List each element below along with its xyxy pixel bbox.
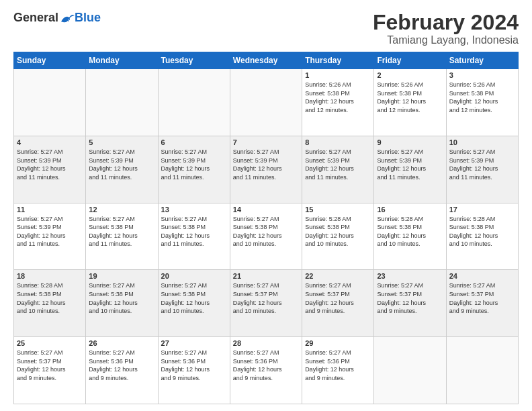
calendar-cell [14, 69, 86, 136]
day-headers-row: SundayMondayTuesdayWednesdayThursdayFrid… [14, 52, 519, 69]
calendar-cell: 13Sunrise: 5:27 AM Sunset: 5:38 PM Dayli… [158, 203, 230, 270]
day-info: Sunrise: 5:27 AM Sunset: 5:37 PM Dayligh… [233, 281, 299, 315]
header: General Blue February 2024 Tamiang Layan… [13, 11, 519, 46]
day-number: 19 [89, 272, 154, 280]
calendar-cell: 6Sunrise: 5:27 AM Sunset: 5:39 PM Daylig… [158, 136, 230, 203]
calendar-cell: 24Sunrise: 5:27 AM Sunset: 5:37 PM Dayli… [446, 270, 518, 337]
day-number: 10 [449, 138, 515, 146]
day-info: Sunrise: 5:28 AM Sunset: 5:38 PM Dayligh… [17, 281, 83, 315]
calendar-table: SundayMondayTuesdayWednesdayThursdayFrid… [13, 52, 519, 404]
day-number: 14 [233, 205, 299, 214]
calendar-cell: 19Sunrise: 5:27 AM Sunset: 5:38 PM Dayli… [86, 270, 158, 337]
day-info: Sunrise: 5:26 AM Sunset: 5:38 PM Dayligh… [377, 81, 443, 114]
day-header-wednesday: Wednesday [230, 52, 302, 69]
day-info: Sunrise: 5:27 AM Sunset: 5:39 PM Dayligh… [17, 215, 83, 248]
day-number: 12 [89, 205, 154, 214]
day-header-thursday: Thursday [302, 52, 374, 69]
location: Tamiang Layang, Indonesia [373, 34, 519, 46]
calendar-cell: 8Sunrise: 5:27 AM Sunset: 5:39 PM Daylig… [302, 136, 374, 203]
day-info: Sunrise: 5:27 AM Sunset: 5:39 PM Dayligh… [305, 148, 371, 181]
day-info: Sunrise: 5:27 AM Sunset: 5:36 PM Dayligh… [89, 349, 154, 382]
week-row-1: 1Sunrise: 5:26 AM Sunset: 5:38 PM Daylig… [14, 69, 519, 136]
calendar-cell: 3Sunrise: 5:26 AM Sunset: 5:38 PM Daylig… [446, 69, 518, 136]
calendar-cell: 14Sunrise: 5:27 AM Sunset: 5:38 PM Dayli… [230, 203, 302, 270]
calendar-cell: 10Sunrise: 5:27 AM Sunset: 5:39 PM Dayli… [446, 136, 518, 203]
week-row-2: 4Sunrise: 5:27 AM Sunset: 5:39 PM Daylig… [14, 136, 519, 203]
day-number: 29 [305, 339, 371, 347]
day-info: Sunrise: 5:26 AM Sunset: 5:38 PM Dayligh… [305, 81, 371, 114]
day-info: Sunrise: 5:27 AM Sunset: 5:37 PM Dayligh… [17, 349, 83, 382]
day-info: Sunrise: 5:27 AM Sunset: 5:36 PM Dayligh… [161, 349, 227, 382]
day-number: 18 [17, 272, 83, 280]
calendar-cell: 12Sunrise: 5:27 AM Sunset: 5:38 PM Dayli… [86, 203, 158, 270]
day-number: 6 [161, 138, 227, 146]
day-info: Sunrise: 5:27 AM Sunset: 5:38 PM Dayligh… [161, 281, 227, 315]
day-header-tuesday: Tuesday [158, 52, 230, 69]
logo-general-text: General [13, 11, 58, 25]
day-number: 2 [377, 71, 443, 79]
day-info: Sunrise: 5:27 AM Sunset: 5:39 PM Dayligh… [17, 148, 83, 181]
calendar-cell [446, 337, 518, 404]
day-header-monday: Monday [86, 52, 158, 69]
day-info: Sunrise: 5:27 AM Sunset: 5:39 PM Dayligh… [377, 148, 443, 181]
day-info: Sunrise: 5:27 AM Sunset: 5:39 PM Dayligh… [89, 148, 154, 181]
day-info: Sunrise: 5:27 AM Sunset: 5:37 PM Dayligh… [449, 281, 515, 315]
calendar-cell: 29Sunrise: 5:27 AM Sunset: 5:36 PM Dayli… [302, 337, 374, 404]
day-number: 23 [377, 272, 443, 280]
week-row-3: 11Sunrise: 5:27 AM Sunset: 5:39 PM Dayli… [14, 203, 519, 270]
day-info: Sunrise: 5:27 AM Sunset: 5:36 PM Dayligh… [305, 349, 371, 382]
day-number: 8 [305, 138, 371, 146]
day-info: Sunrise: 5:26 AM Sunset: 5:38 PM Dayligh… [449, 81, 515, 114]
calendar-cell: 5Sunrise: 5:27 AM Sunset: 5:39 PM Daylig… [86, 136, 158, 203]
calendar-cell: 4Sunrise: 5:27 AM Sunset: 5:39 PM Daylig… [14, 136, 86, 203]
calendar-cell: 28Sunrise: 5:27 AM Sunset: 5:36 PM Dayli… [230, 337, 302, 404]
logo-text: General Blue [13, 11, 101, 25]
calendar-cell: 21Sunrise: 5:27 AM Sunset: 5:37 PM Dayli… [230, 270, 302, 337]
day-number: 22 [305, 272, 371, 280]
day-info: Sunrise: 5:27 AM Sunset: 5:37 PM Dayligh… [305, 281, 371, 315]
day-header-saturday: Saturday [446, 52, 518, 69]
calendar-cell: 1Sunrise: 5:26 AM Sunset: 5:38 PM Daylig… [302, 69, 374, 136]
day-info: Sunrise: 5:27 AM Sunset: 5:38 PM Dayligh… [89, 215, 154, 248]
calendar-cell: 23Sunrise: 5:27 AM Sunset: 5:37 PM Dayli… [374, 270, 446, 337]
day-info: Sunrise: 5:28 AM Sunset: 5:38 PM Dayligh… [449, 215, 515, 248]
calendar-cell: 16Sunrise: 5:28 AM Sunset: 5:38 PM Dayli… [374, 203, 446, 270]
logo-blue-text: Blue [75, 11, 101, 25]
calendar-cell [230, 69, 302, 136]
day-info: Sunrise: 5:28 AM Sunset: 5:38 PM Dayligh… [377, 215, 443, 248]
calendar-cell: 2Sunrise: 5:26 AM Sunset: 5:38 PM Daylig… [374, 69, 446, 136]
calendar-cell: 7Sunrise: 5:27 AM Sunset: 5:39 PM Daylig… [230, 136, 302, 203]
calendar-cell: 25Sunrise: 5:27 AM Sunset: 5:37 PM Dayli… [14, 337, 86, 404]
calendar-cell: 15Sunrise: 5:28 AM Sunset: 5:38 PM Dayli… [302, 203, 374, 270]
day-number: 25 [17, 339, 83, 347]
calendar-cell: 22Sunrise: 5:27 AM Sunset: 5:37 PM Dayli… [302, 270, 374, 337]
page: General Blue February 2024 Tamiang Layan… [0, 0, 532, 411]
day-number: 5 [89, 138, 154, 146]
day-number: 7 [233, 138, 299, 146]
week-row-5: 25Sunrise: 5:27 AM Sunset: 5:37 PM Dayli… [14, 337, 519, 404]
title-block: February 2024 Tamiang Layang, Indonesia [373, 11, 519, 46]
day-number: 24 [449, 272, 515, 280]
day-info: Sunrise: 5:27 AM Sunset: 5:39 PM Dayligh… [449, 148, 515, 181]
calendar-cell: 17Sunrise: 5:28 AM Sunset: 5:38 PM Dayli… [446, 203, 518, 270]
day-header-friday: Friday [374, 52, 446, 69]
logo-bird-icon [60, 12, 75, 24]
calendar-cell: 26Sunrise: 5:27 AM Sunset: 5:36 PM Dayli… [86, 337, 158, 404]
calendar-cell [158, 69, 230, 136]
day-number: 26 [89, 339, 154, 347]
calendar-cell [86, 69, 158, 136]
day-info: Sunrise: 5:27 AM Sunset: 5:39 PM Dayligh… [161, 148, 227, 181]
day-info: Sunrise: 5:27 AM Sunset: 5:36 PM Dayligh… [233, 349, 299, 382]
day-number: 9 [377, 138, 443, 146]
day-number: 17 [449, 205, 515, 214]
calendar-cell: 9Sunrise: 5:27 AM Sunset: 5:39 PM Daylig… [374, 136, 446, 203]
day-info: Sunrise: 5:27 AM Sunset: 5:39 PM Dayligh… [233, 148, 299, 181]
day-number: 11 [17, 205, 83, 214]
calendar-cell: 18Sunrise: 5:28 AM Sunset: 5:38 PM Dayli… [14, 270, 86, 337]
day-info: Sunrise: 5:27 AM Sunset: 5:38 PM Dayligh… [161, 215, 227, 248]
day-header-sunday: Sunday [14, 52, 86, 69]
day-info: Sunrise: 5:27 AM Sunset: 5:38 PM Dayligh… [233, 215, 299, 248]
calendar-cell: 27Sunrise: 5:27 AM Sunset: 5:36 PM Dayli… [158, 337, 230, 404]
day-number: 16 [377, 205, 443, 214]
calendar-cell: 11Sunrise: 5:27 AM Sunset: 5:39 PM Dayli… [14, 203, 86, 270]
